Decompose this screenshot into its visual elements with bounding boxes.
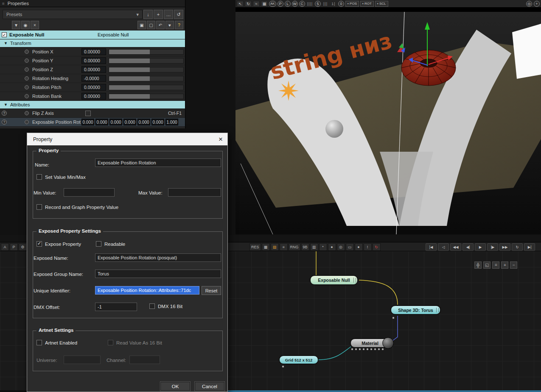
- help-circle-icon[interactable]: ?: [2, 120, 7, 125]
- select-tool-icon[interactable]: ↖: [237, 1, 244, 7]
- tick-marks-2[interactable]: |||: [322, 1, 329, 7]
- fit-view-icon[interactable]: ◱: [483, 261, 491, 269]
- gizmo-toggle-icon[interactable]: +: [534, 1, 540, 7]
- collapse-icon[interactable]: ▼: [4, 103, 8, 107]
- object-header-row[interactable]: ✓ Exposable Null Exposable Null: [0, 31, 185, 39]
- solo-filter-button[interactable]: ◉: [21, 21, 30, 29]
- p-tool-icon[interactable]: P: [10, 243, 18, 251]
- preset-add-button[interactable]: +: [154, 10, 163, 19]
- property-value-input[interactable]: 0.00000: [81, 84, 106, 91]
- w-toggle[interactable]: W: [292, 1, 298, 7]
- sphere-object[interactable]: [325, 120, 343, 138]
- presets-dropdown[interactable]: Presets ▾: [3, 10, 143, 19]
- a-tool-icon[interactable]: A: [1, 243, 9, 251]
- node-output-cap[interactable]: [436, 308, 439, 312]
- min-value-field[interactable]: [64, 188, 115, 197]
- keyframe-icon[interactable]: [25, 111, 29, 115]
- grid-snap-icon[interactable]: ▦: [262, 243, 270, 251]
- connector-dot[interactable]: [370, 348, 373, 350]
- name-field[interactable]: [95, 158, 221, 167]
- property-value-input[interactable]: 0.00000: [81, 66, 106, 73]
- panel-grip-icon[interactable]: ≡: [2, 1, 5, 6]
- property-value-input[interactable]: -0.0000: [81, 75, 106, 82]
- property-value-input[interactable]: 0.00000: [81, 93, 106, 100]
- layers-icon[interactable]: ≡: [280, 243, 288, 251]
- connector-dot[interactable]: [374, 348, 376, 350]
- artnet-enabled-checkbox[interactable]: [36, 340, 42, 345]
- exposed-group-name-field[interactable]: [95, 270, 221, 278]
- property-slider[interactable]: [109, 85, 184, 90]
- rot-lock-button[interactable]: ▪ ROT: [360, 1, 374, 7]
- keyframe-icon[interactable]: [25, 67, 29, 72]
- connector-dot[interactable]: [381, 348, 384, 350]
- reset-button[interactable]: Reset: [202, 286, 221, 295]
- palette-icon[interactable]: ▤: [271, 243, 279, 251]
- jump-start-button[interactable]: |◀: [426, 243, 437, 251]
- value-box-input[interactable]: 0.000: [109, 119, 122, 125]
- flip-z-axis-checkbox[interactable]: [85, 111, 91, 116]
- scl-lock-button[interactable]: ▪ SCL: [375, 1, 388, 7]
- connector-dot[interactable]: [362, 348, 365, 350]
- render-target-icon[interactable]: ◎: [526, 1, 532, 7]
- node-exposable-null[interactable]: Exposable Null: [310, 275, 358, 285]
- keyframe-icon[interactable]: [25, 85, 29, 89]
- tick-marks-3[interactable]: 1|: [330, 1, 337, 7]
- loop-toggle-button[interactable]: ↻: [512, 243, 523, 251]
- unique-identifier-field[interactable]: [95, 286, 199, 295]
- preset-download-button[interactable]: ↓: [143, 10, 153, 19]
- paste-button[interactable]: ▢: [147, 21, 155, 29]
- pos-lock-button[interactable]: ▪ POS: [345, 1, 359, 7]
- keyframe-icon[interactable]: [25, 76, 29, 81]
- undo-button[interactable]: ↶: [156, 21, 165, 29]
- magnifier-icon[interactable]: ◎: [337, 243, 345, 251]
- dmx-16bit-checkbox[interactable]: [149, 303, 155, 309]
- ok-button[interactable]: OK: [160, 382, 190, 391]
- cancel-button[interactable]: Cancel: [195, 382, 224, 391]
- set-minmax-checkbox[interactable]: [36, 174, 42, 180]
- pan-tool-icon[interactable]: ╬: [474, 261, 482, 269]
- expose-property-checkbox-row[interactable]: Expose Property: [36, 241, 81, 247]
- readable-checkbox[interactable]: [96, 241, 101, 247]
- connector-dot[interactable]: [359, 348, 361, 350]
- help-circle-icon[interactable]: ?: [2, 111, 7, 116]
- keyframe-icon[interactable]: [25, 94, 29, 98]
- star-icon[interactable]: *: [319, 243, 327, 251]
- zoom-actual-icon[interactable]: =: [492, 261, 499, 269]
- rng-icon[interactable]: RNG: [289, 243, 300, 251]
- help-button[interactable]: ?: [175, 21, 183, 29]
- zero-badge[interactable]: 0: [338, 1, 344, 7]
- expose-property-checkbox[interactable]: [36, 241, 42, 247]
- keyframe-icon[interactable]: [25, 58, 29, 63]
- record-graph-checkbox[interactable]: [36, 204, 42, 210]
- clear-filter-button[interactable]: ×: [31, 21, 39, 29]
- five-badge[interactable]: 5: [315, 1, 321, 7]
- play-button[interactable]: ▶: [475, 243, 486, 251]
- keyframe-icon[interactable]: [25, 50, 29, 54]
- copy-button[interactable]: ▣: [137, 21, 146, 29]
- fast-forward-button[interactable]: ▶▶: [499, 243, 510, 251]
- connector-dot[interactable]: [366, 348, 369, 350]
- step-back-button[interactable]: ◀|: [463, 243, 474, 251]
- curve-tool-icon[interactable]: ≈: [253, 1, 260, 7]
- exposed-name-field[interactable]: [95, 253, 221, 262]
- property-slider[interactable]: [109, 76, 184, 81]
- property-slider[interactable]: [109, 49, 184, 55]
- c-toggle[interactable]: C: [299, 1, 305, 7]
- settings-gear-icon[interactable]: ⚙: [19, 243, 27, 251]
- properties-panel-header[interactable]: ≡ Properties: [0, 0, 185, 7]
- p-toggle[interactable]: P: [278, 1, 283, 7]
- dmx-icon[interactable]: ▥: [310, 243, 318, 251]
- warning-icon[interactable]: !: [364, 243, 372, 251]
- dmx-offset-field[interactable]: [95, 303, 137, 311]
- transform-section-header[interactable]: ▼ Transform: [0, 39, 185, 47]
- tick-marks-1[interactable]: ||||: [306, 1, 314, 7]
- scene-container[interactable]: string низ: [235, 12, 541, 234]
- value-box-input[interactable]: 0.000: [151, 119, 164, 125]
- property-value-input[interactable]: 0.00000: [81, 48, 106, 55]
- connector-dot[interactable]: [351, 348, 353, 350]
- step-forward-button[interactable]: |▶: [487, 243, 498, 251]
- collapse-icon[interactable]: ▼: [4, 41, 8, 45]
- value-box-input[interactable]: 0.000: [81, 119, 94, 125]
- connector-dot[interactable]: [282, 365, 284, 368]
- property-slider[interactable]: [109, 94, 184, 99]
